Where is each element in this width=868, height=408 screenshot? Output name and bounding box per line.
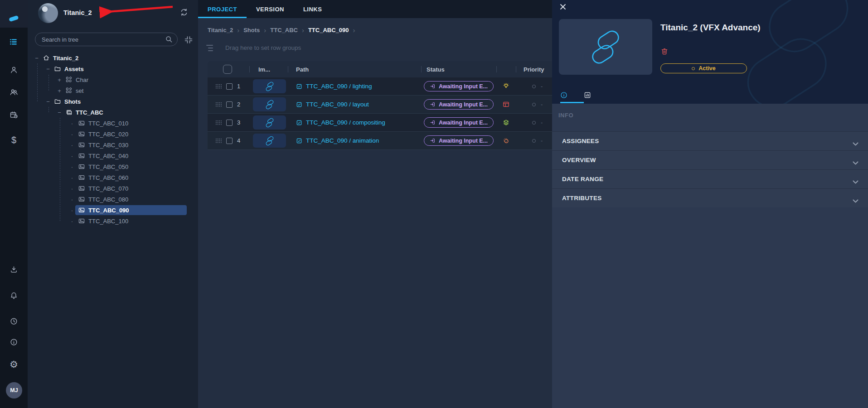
column-header-status[interactable]: Status: [427, 66, 445, 73]
row-number: 1: [237, 83, 240, 90]
project-avatar[interactable]: [38, 3, 58, 23]
tab-version[interactable]: VERSION: [247, 0, 294, 18]
calendar-clock-icon[interactable]: [0, 109, 28, 120]
shot-icon: [78, 130, 85, 138]
tree-node-shot[interactable]: TTC_ABC_070: [28, 183, 198, 194]
priority-circle-icon: [532, 139, 536, 143]
tree-node-set[interactable]: set: [28, 85, 198, 96]
collapse-icon[interactable]: [45, 66, 51, 72]
tree-node-project[interactable]: Titanic_2: [28, 53, 198, 63]
tab-info[interactable]: [552, 91, 576, 99]
tab-links[interactable]: LINKS: [294, 0, 332, 18]
user-avatar[interactable]: MJ: [6, 382, 22, 398]
section-assignees[interactable]: ASSIGNEES: [552, 131, 868, 150]
chevron-down-icon[interactable]: [853, 139, 858, 143]
bell-icon[interactable]: [0, 290, 28, 301]
chevron-down-icon[interactable]: [853, 158, 858, 162]
breadcrumb-item[interactable]: TTC_ABC: [270, 27, 298, 34]
drag-handle-icon[interactable]: [215, 102, 222, 107]
section-attributes[interactable]: ATTRIBUTES: [552, 188, 868, 207]
tree-node-shot[interactable]: TTC_ABC_050: [28, 161, 198, 172]
status-badge[interactable]: Awaiting Input E...: [424, 81, 494, 91]
task-path-link[interactable]: TTC_ABC_090 / lighting: [288, 83, 421, 90]
collapse-all-icon[interactable]: [184, 35, 193, 44]
column-header-priority[interactable]: Priority: [524, 66, 544, 73]
chevron-down-icon[interactable]: [853, 197, 858, 200]
drag-handle-icon[interactable]: [215, 120, 222, 125]
tree-node-shot[interactable]: TTC_ABC_040: [28, 150, 198, 161]
tree-node-shot[interactable]: TTC_ABC_020: [28, 129, 198, 139]
table-row[interactable]: 3 TTC_ABC_090 / compositing Awaiting Inp…: [208, 114, 552, 132]
search-icon[interactable]: [165, 35, 173, 43]
project-thumbnail-card[interactable]: [559, 19, 652, 75]
tree-node-shot[interactable]: TTC_ABC_030: [28, 139, 198, 150]
task-thumbnail[interactable]: [253, 134, 286, 148]
clock-icon[interactable]: [0, 316, 28, 326]
project-name[interactable]: Titanic_2: [63, 9, 92, 16]
status-badge[interactable]: Awaiting Input E...: [424, 135, 494, 146]
breadcrumb-item[interactable]: Shots: [243, 27, 260, 34]
section-date-range[interactable]: DATE RANGE: [552, 169, 868, 188]
tree-node-shot[interactable]: TTC_ABC_060: [28, 172, 198, 183]
table-row[interactable]: 2 TTC_ABC_090 / layout Awaiting Input E.…: [208, 96, 552, 114]
status-badge-active[interactable]: Active: [660, 63, 747, 73]
search-input[interactable]: [35, 33, 178, 46]
tree-list-icon[interactable]: [0, 36, 28, 47]
task-path-link[interactable]: TTC_ABC_090 / compositing: [288, 119, 421, 126]
drag-handle-icon[interactable]: [215, 84, 222, 89]
tree-node-char[interactable]: Char: [28, 74, 198, 85]
status-badge[interactable]: Awaiting Input E...: [424, 99, 494, 110]
tree-node-shot-selected[interactable]: TTC_ABC_090: [28, 205, 198, 216]
task-path-link[interactable]: TTC_ABC_090 / layout: [288, 101, 421, 108]
tab-stats[interactable]: [576, 91, 599, 99]
dollar-icon[interactable]: $: [0, 134, 28, 145]
priority-value: -: [541, 137, 543, 144]
info-icon[interactable]: [0, 336, 28, 347]
column-header-image[interactable]: Im...: [258, 66, 270, 73]
task-path-link[interactable]: TTC_ABC_090 / animation: [288, 137, 421, 144]
task-path-label: TTC_ABC_090 / layout: [306, 101, 369, 108]
tree-node-shots[interactable]: Shots: [28, 96, 198, 107]
section-overview[interactable]: OVERVIEW: [552, 150, 868, 169]
tree-node-sequence[interactable]: TTC_ABC: [28, 107, 198, 118]
column-header-path[interactable]: Path: [296, 66, 309, 73]
table-row[interactable]: 4 TTC_ABC_090 / animation Awaiting Input…: [208, 132, 552, 150]
status-badge[interactable]: Awaiting Input E...: [424, 117, 494, 128]
expand-icon[interactable]: [57, 87, 62, 94]
chevron-down-icon[interactable]: [853, 178, 858, 181]
lightbulb-icon: [502, 82, 510, 90]
status-circle-icon: [692, 67, 695, 70]
breadcrumb-item[interactable]: Titanic_2: [208, 27, 233, 34]
row-checkbox[interactable]: [226, 101, 233, 108]
task-thumbnail[interactable]: [253, 97, 286, 111]
collapse-icon[interactable]: [34, 55, 39, 62]
tree-node-assets[interactable]: Assets: [28, 63, 198, 74]
collapse-icon[interactable]: [45, 98, 51, 105]
expand-icon[interactable]: [57, 77, 62, 83]
download-icon[interactable]: [0, 264, 28, 275]
task-thumbnail[interactable]: [253, 115, 286, 130]
person-icon[interactable]: [0, 64, 28, 75]
drag-handle-icon[interactable]: [215, 138, 222, 143]
grid-header: Im... Path Status Priority: [208, 61, 552, 77]
tree-node-shot[interactable]: TTC_ABC_080: [28, 194, 198, 205]
row-checkbox[interactable]: [226, 83, 233, 90]
breadcrumb-item-current[interactable]: TTC_ABC_090: [308, 27, 349, 34]
people-icon[interactable]: [0, 86, 28, 97]
collapse-icon[interactable]: [57, 109, 62, 116]
task-thumbnail[interactable]: [253, 79, 286, 93]
panel-tabs: [552, 86, 599, 104]
delete-icon[interactable]: [660, 47, 669, 56]
close-icon[interactable]: [558, 2, 567, 11]
select-all-checkbox[interactable]: [223, 65, 232, 74]
row-group-dropzone[interactable]: Drag here to set row groups: [206, 44, 301, 51]
refresh-icon[interactable]: [179, 7, 190, 18]
row-checkbox[interactable]: [226, 120, 233, 126]
tree-node-shot[interactable]: TTC_ABC_010: [28, 118, 198, 129]
tab-project[interactable]: PROJECT: [198, 0, 247, 18]
table-row[interactable]: 1 TTC_ABC_090 / lighting Awaiting Input …: [208, 77, 552, 96]
tree-node-shot[interactable]: TTC_ABC_100: [28, 216, 198, 226]
row-checkbox[interactable]: [226, 138, 233, 144]
app-logo[interactable]: [0, 0, 28, 28]
gear-icon[interactable]: ⚙: [0, 359, 28, 370]
